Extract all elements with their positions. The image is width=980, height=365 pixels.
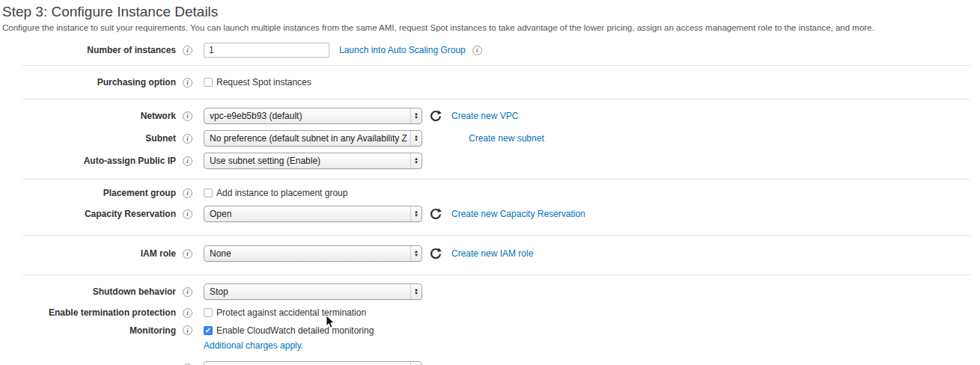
enable-termination-protection-label: Enable termination protection bbox=[0, 307, 176, 319]
refresh-icon[interactable] bbox=[430, 208, 442, 220]
network-select-value: vpc-e9eb5b93 (default) bbox=[210, 111, 407, 121]
select-stepper-icon: ▲▼ bbox=[410, 131, 421, 146]
page-subtitle: Configure the instance to suit your requ… bbox=[2, 23, 980, 32]
select-stepper-icon: ▲▼ bbox=[410, 108, 421, 123]
info-icon[interactable]: i bbox=[183, 249, 192, 259]
info-icon[interactable]: i bbox=[183, 209, 192, 219]
tenancy-select[interactable]: Shared - Run a shared hardware instance … bbox=[204, 361, 422, 365]
iam-role-select-value: None bbox=[210, 248, 407, 259]
row-auto-assign-public-ip: Auto-assign Public IP i Use subnet setti… bbox=[0, 150, 980, 172]
row-monitoring: Monitoring i Enable CloudWatch detailed … bbox=[0, 322, 980, 357]
enable-cloudwatch-detailed-monitoring-checkbox-label: Enable CloudWatch detailed monitoring bbox=[216, 325, 374, 336]
info-icon[interactable]: i bbox=[183, 308, 192, 318]
row-subnet: Subnet i No preference (default subnet i… bbox=[0, 127, 980, 150]
create-new-iam-role-link[interactable]: Create new IAM role bbox=[451, 248, 533, 259]
subnet-select-value: No preference (default subnet in any Ava… bbox=[210, 133, 407, 144]
select-stepper-icon: ▲▼ bbox=[410, 284, 421, 299]
iam-role-select[interactable]: None ▲▼ bbox=[204, 245, 422, 262]
auto-assign-public-ip-label: Auto-assign Public IP bbox=[0, 156, 176, 167]
page-title: Step 3: Configure Instance Details bbox=[2, 4, 980, 20]
protect-against-accidental-termination-checkbox[interactable] bbox=[204, 308, 213, 317]
info-icon[interactable]: i bbox=[183, 156, 192, 166]
create-new-capacity-reservation-link[interactable]: Create new Capacity Reservation bbox=[451, 209, 585, 219]
subnet-label: Subnet bbox=[0, 133, 176, 144]
auto-assign-public-ip-select-value: Use subnet setting (Enable) bbox=[210, 156, 407, 166]
protect-against-accidental-termination-checkbox-label: Protect against accidental termination bbox=[216, 307, 366, 318]
capacity-reservation-label: Capacity Reservation bbox=[0, 209, 176, 220]
select-stepper-icon: ▲▼ bbox=[410, 206, 421, 221]
subnet-select[interactable]: No preference (default subnet in any Ava… bbox=[204, 130, 422, 147]
add-instance-to-placement-group-checkbox[interactable] bbox=[204, 188, 213, 197]
number-of-instances-label: Number of instances bbox=[0, 45, 176, 56]
number-of-instances-input[interactable] bbox=[204, 43, 329, 58]
shutdown-behavior-label: Shutdown behavior bbox=[0, 286, 176, 298]
select-stepper-icon: ▲▼ bbox=[410, 153, 421, 168]
iam-role-label: IAM role bbox=[0, 248, 176, 260]
shutdown-behavior-select[interactable]: Stop ▲▼ bbox=[204, 283, 422, 300]
capacity-reservation-select[interactable]: Open ▲▼ bbox=[204, 206, 422, 222]
monitoring-label: Monitoring bbox=[0, 325, 176, 337]
select-stepper-icon: ▲▼ bbox=[410, 246, 421, 261]
row-network: Network i vpc-e9eb5b93 (default) ▲▼ Crea… bbox=[0, 105, 980, 127]
info-icon[interactable]: i bbox=[183, 111, 192, 121]
network-label: Network bbox=[0, 111, 176, 122]
select-stepper-icon: ▲▼ bbox=[410, 362, 421, 365]
launch-into-auto-scaling-group-link[interactable]: Launch into Auto Scaling Group bbox=[339, 45, 466, 55]
network-select[interactable]: vpc-e9eb5b93 (default) ▲▼ bbox=[204, 108, 422, 124]
info-icon[interactable]: i bbox=[183, 188, 192, 198]
info-icon[interactable]: i bbox=[183, 325, 192, 335]
additional-charges-apply-link[interactable]: Additional charges apply. bbox=[204, 340, 303, 351]
row-shutdown-behavior: Shutdown behavior i Stop ▲▼ bbox=[0, 280, 980, 303]
row-tenancy: Tenancy i Shared - Run a shared hardware… bbox=[0, 357, 980, 365]
info-icon[interactable]: i bbox=[183, 287, 192, 297]
refresh-icon[interactable] bbox=[430, 248, 442, 260]
enable-cloudwatch-detailed-monitoring-checkbox[interactable] bbox=[204, 326, 213, 335]
create-new-subnet-link[interactable]: Create new subnet bbox=[469, 133, 544, 144]
row-iam-role: IAM role i None ▲▼ Create new IAM role bbox=[0, 242, 980, 265]
row-purchasing-option: Purchasing option i Request Spot instanc… bbox=[0, 73, 980, 92]
auto-assign-public-ip-select[interactable]: Use subnet setting (Enable) ▲▼ bbox=[204, 153, 422, 169]
shutdown-behavior-select-value: Stop bbox=[210, 286, 407, 297]
row-placement-group: Placement group i Add instance to placem… bbox=[0, 183, 980, 203]
add-instance-to-placement-group-checkbox-label: Add instance to placement group bbox=[216, 188, 347, 198]
capacity-reservation-select-value: Open bbox=[210, 209, 407, 219]
page-header: Step 3: Configure Instance Details Confi… bbox=[0, 0, 980, 35]
info-icon[interactable]: i bbox=[183, 134, 192, 144]
row-capacity-reservation: Capacity Reservation i Open ▲▼ Create ne… bbox=[0, 203, 980, 225]
request-spot-instances-checkbox[interactable] bbox=[204, 78, 213, 87]
row-termination-protection: Enable termination protection i Protect … bbox=[0, 303, 980, 322]
request-spot-instances-checkbox-label: Request Spot instances bbox=[216, 77, 311, 88]
create-new-vpc-link[interactable]: Create new VPC bbox=[451, 111, 518, 121]
row-number-of-instances: Number of instances i Launch into Auto S… bbox=[0, 40, 980, 60]
placement-group-label: Placement group bbox=[0, 188, 176, 199]
refresh-icon[interactable] bbox=[430, 110, 442, 122]
purchasing-option-label: Purchasing option bbox=[0, 77, 176, 88]
tenancy-label: Tenancy bbox=[0, 361, 176, 365]
info-icon[interactable]: i bbox=[183, 78, 192, 88]
info-icon[interactable]: i bbox=[472, 46, 482, 55]
info-icon[interactable]: i bbox=[183, 46, 192, 55]
